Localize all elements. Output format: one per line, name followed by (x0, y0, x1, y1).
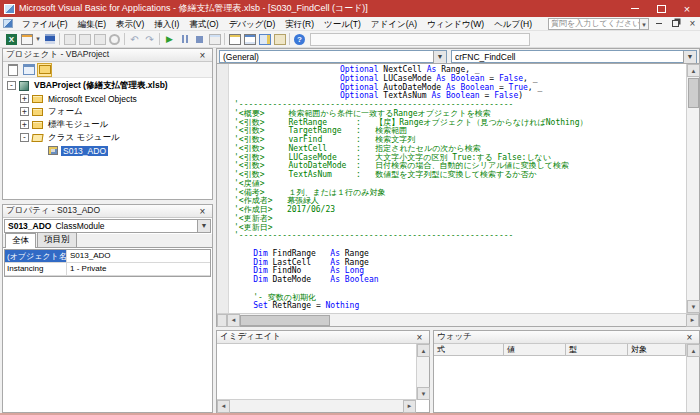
code-line[interactable]: '<引数> TextAsNum : 数値型を文字列型に変換して検索するか否か (234, 171, 699, 180)
find-icon[interactable] (107, 32, 122, 47)
property-name[interactable]: Instancing (5, 263, 67, 275)
expand-icon[interactable]: + (20, 120, 29, 129)
maximize-button[interactable] (648, 0, 674, 17)
code-text[interactable]: Optional NextCell As Range, _ Optional L… (229, 64, 699, 313)
code-editor[interactable]: Optional NextCell As Range, _ Optional L… (217, 64, 699, 313)
view-excel-icon[interactable] (4, 32, 19, 47)
tree-item-label[interactable]: VBAProject (修繕支払管理表.xlsb) (32, 80, 170, 92)
paste-icon[interactable] (92, 32, 107, 47)
design-mode-icon[interactable] (207, 32, 222, 47)
menu-item-2[interactable]: 表示(V) (111, 17, 149, 31)
menu-item-10[interactable]: ヘルプ(H) (489, 17, 537, 31)
save-icon[interactable] (42, 32, 57, 47)
tree-item-vbaproject[interactable]: -VBAProject (修繕支払管理表.xlsb) (3, 79, 212, 92)
close-button[interactable]: × (674, 0, 700, 17)
toggle-folders-icon[interactable] (37, 63, 52, 77)
scroll-down-icon[interactable]: ▼ (687, 300, 700, 313)
tree-item-excel-objects[interactable]: +Microsoft Excel Objects (3, 92, 212, 105)
undo-icon[interactable] (127, 32, 142, 47)
scroll-left-icon[interactable]: ◄ (217, 400, 230, 413)
scroll-up-icon[interactable]: ▲ (417, 344, 430, 357)
menu-item-3[interactable]: 挿入(I) (149, 17, 184, 31)
tab-alphabetic[interactable]: 全体 (5, 233, 36, 248)
scrollbar-thumb[interactable] (688, 78, 699, 108)
property-value[interactable]: S013_ADO (67, 250, 210, 262)
watch-column-1[interactable]: 値 (504, 344, 566, 355)
tree-item-class-modules[interactable]: -クラス モジュール (3, 131, 212, 144)
menu-item-0[interactable]: ファイル(F) (17, 17, 73, 31)
tree-item-label[interactable]: フォーム (46, 106, 85, 118)
code-line[interactable]: Set RetRange = Nothing (234, 302, 699, 311)
tree-item-label[interactable]: クラス モジュール (46, 132, 122, 144)
child-system-menu-icon[interactable] (3, 19, 13, 28)
minimize-button[interactable] (622, 0, 648, 17)
code-vertical-scrollbar[interactable]: ▲ ▼ (686, 64, 699, 313)
watch-close-icon[interactable]: × (683, 332, 696, 343)
expand-icon[interactable]: + (20, 107, 29, 116)
toolbox-icon[interactable] (272, 32, 287, 47)
scrollbar-thumb[interactable] (240, 315, 330, 326)
tree-item-label[interactable]: 標準モジュール (46, 119, 110, 131)
redo-icon[interactable] (142, 32, 157, 47)
menu-item-9[interactable]: ウィンドウ(W) (422, 17, 489, 31)
copy-icon[interactable] (77, 32, 92, 47)
code-line[interactable]: '<更新者> (234, 215, 699, 224)
split-box[interactable] (217, 314, 227, 327)
project-explorer-icon[interactable] (227, 32, 242, 47)
view-code-icon[interactable] (5, 63, 20, 77)
object-dropdown[interactable]: (General) ▼ (219, 50, 447, 63)
property-value[interactable]: 1 - Private (67, 263, 210, 275)
immediate-close-icon[interactable]: × (413, 332, 426, 343)
scroll-up-icon[interactable]: ▲ (687, 64, 700, 77)
menu-item-1[interactable]: 編集(E) (73, 17, 111, 31)
question-dropdown-icon[interactable]: ▾ (640, 18, 649, 30)
reset-icon[interactable] (192, 32, 207, 47)
tree-item-s013-ado[interactable]: S013_ADO (3, 144, 212, 157)
immediate-horizontal-scrollbar[interactable]: ◄ ► (217, 399, 416, 412)
project-explorer-close-icon[interactable]: × (196, 50, 209, 61)
procedure-dropdown[interactable]: crFNC_FindCell ▼ (451, 50, 697, 63)
run-icon[interactable] (162, 32, 177, 47)
watch-column-0[interactable]: 式 (434, 344, 504, 355)
watch-header[interactable]: ウォッチ × (434, 331, 699, 344)
immediate-vertical-scrollbar[interactable]: ▲ ▼ (416, 344, 429, 400)
watch-column-2[interactable]: 型 (566, 344, 628, 355)
property-row[interactable]: (オブジェクト名) S013_ADO (5, 250, 210, 263)
code-line[interactable]: '---------------------------------------… (234, 232, 699, 241)
object-combo-dropdown-icon[interactable]: ▼ (197, 220, 210, 232)
properties-close-icon[interactable]: × (196, 206, 209, 217)
scroll-right-icon[interactable]: ► (403, 400, 416, 413)
tree-item-forms[interactable]: +フォーム (3, 105, 212, 118)
immediate-content[interactable]: ▲ ▼ ◄ ► (217, 344, 429, 412)
code-line[interactable]: '<作成日> 2017/06/23 (234, 206, 699, 215)
menu-item-6[interactable]: 実行(R) (280, 17, 319, 31)
collapse-icon[interactable]: - (7, 81, 16, 90)
watch-column-3[interactable]: 対象 (628, 344, 686, 355)
properties-header[interactable]: プロパティ - S013_ADO × (3, 205, 212, 218)
help-icon[interactable] (292, 32, 307, 47)
collapse-icon[interactable]: - (20, 133, 29, 142)
view-object-icon[interactable] (21, 63, 36, 77)
menu-item-7[interactable]: ツール(T) (319, 17, 366, 31)
child-close-button[interactable]: × (685, 18, 700, 30)
menu-item-4[interactable]: 書式(O) (184, 17, 223, 31)
expand-icon[interactable]: + (20, 94, 29, 103)
code-line[interactable]: Dim DateMode As Boolean (234, 276, 699, 285)
tree-item-label[interactable]: S013_ADO (61, 146, 108, 156)
cut-icon[interactable] (62, 32, 77, 47)
property-name[interactable]: (オブジェクト名) (5, 250, 67, 262)
tree-item-label[interactable]: Microsoft Excel Objects (46, 94, 139, 104)
scroll-left-icon[interactable]: ◄ (227, 314, 240, 327)
property-row[interactable]: Instancing 1 - Private (5, 263, 210, 276)
code-horizontal-scrollbar[interactable]: ◄ ► (217, 313, 699, 326)
project-explorer-header[interactable]: プロジェクト - VBAProject × (3, 49, 212, 62)
scroll-right-icon[interactable]: ► (686, 314, 699, 327)
object-browser-icon[interactable] (257, 32, 272, 47)
tab-categorized[interactable]: 項目別 (37, 232, 77, 247)
object-combobox[interactable]: S013_ADO ClassModule ▼ (4, 219, 211, 233)
break-icon[interactable] (177, 32, 192, 47)
object-dropdown-icon[interactable]: ▼ (433, 51, 446, 63)
breakpoint-margin[interactable] (217, 64, 229, 313)
scroll-up-icon[interactable]: ▲ (687, 344, 700, 357)
dropdown-icon[interactable] (34, 32, 42, 47)
